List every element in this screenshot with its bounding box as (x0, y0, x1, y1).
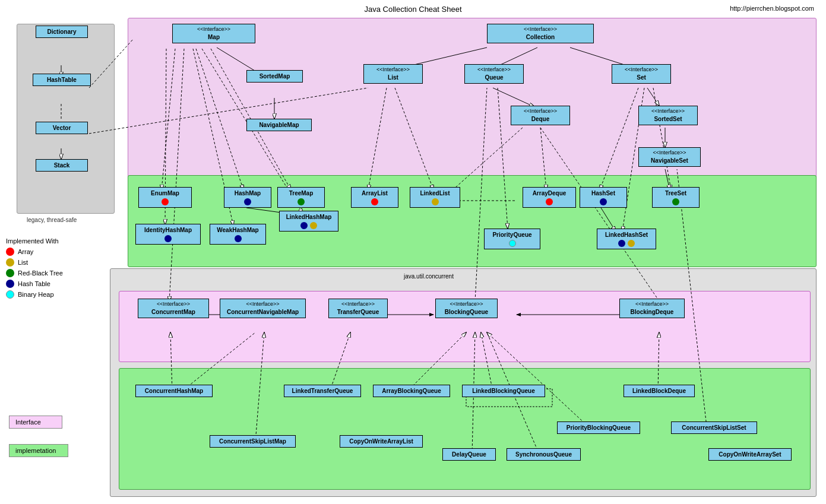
navigableset-box: <<Interface>> NavigableSet (638, 147, 701, 167)
legend-impl-box: implemetation (9, 444, 68, 457)
concurrenthashmap-box: ConcurrentHashMap (135, 385, 213, 397)
concurrentskiplistmap-box: ConcurrentSkipListMap (210, 435, 296, 448)
set-box: <<Interface>> Set (612, 64, 671, 84)
stack-box: Stack (36, 159, 88, 172)
rbt-dot (6, 269, 14, 277)
legend-binaryheap: Binary Heap (6, 290, 63, 299)
sortedset-box: <<Interface>> SortedSet (638, 106, 698, 125)
copyonwritearraylist-box: CopyOnWriteArrayList (340, 435, 423, 448)
linkedtransferqueue-box: LinkedTransferQueue (284, 385, 361, 397)
legend-hashtable: Hash Table (6, 280, 63, 288)
arraylist-box: ArrayList (351, 187, 398, 208)
hashmap-box: HashMap (224, 187, 271, 208)
legacy-label: legacy, thread-safe (27, 217, 77, 223)
linkedblockingqueue-box: LinkedBlockingQueue (462, 385, 545, 397)
linkedhashmap-box: LinkedHashMap (279, 211, 338, 232)
navigablemap-box: NavigableMap (246, 119, 312, 131)
treeset-box: TreeSet (652, 187, 700, 208)
delayqueue-box: DelayQueue (442, 448, 496, 461)
hashtable-dot (6, 280, 14, 288)
legend-array: Array (6, 248, 63, 256)
arraydeque-box: ArrayDeque (523, 187, 576, 208)
collection-box: <<Interface>> Collection (487, 24, 594, 43)
concurrentnavigablemap-box: <<Interface>> ConcurrentNavigableMap (220, 299, 306, 318)
legend: Implemented With Array List Red-Black Tr… (6, 237, 63, 301)
hashtable-label: Hash Table (18, 280, 50, 287)
legend-impl-label: implemetation (15, 447, 56, 454)
linkedlist-box: LinkedList (410, 187, 460, 208)
concurrentskiplistset-box: ConcurrentSkipListSet (671, 421, 757, 434)
treemap-box: TreeMap (277, 187, 325, 208)
vector-box: Vector (36, 122, 88, 134)
synchronousqueue-box: SynchronousQueue (507, 448, 581, 461)
list-box: <<Interface>> List (363, 64, 423, 84)
linkedblockdeque-box: LinkedBlockDeque (624, 385, 695, 397)
identityhashmap-box: IdentityHashMap (135, 224, 201, 245)
concurrent-label: java.util.concurrent (404, 273, 454, 280)
binaryheap-label: Binary Heap (18, 291, 54, 298)
map-box: <<Interface>> Map (172, 24, 255, 43)
list-dot (6, 258, 14, 267)
legend-interface-label: Interface (15, 419, 41, 426)
hashset-box: HashSet (580, 187, 627, 208)
concurrentmap-box: <<Interface>> ConcurrentMap (138, 299, 209, 318)
page-title: Java Collection Cheat Sheet (364, 5, 461, 14)
transferqueue-box: <<Interface>> TransferQueue (328, 299, 388, 318)
page-url: http://pierrchen.blogspot.com (730, 5, 814, 12)
legacy-region (17, 24, 115, 214)
legend-list: List (6, 258, 63, 267)
sortedmap-box: SortedMap (246, 70, 303, 83)
array-dot (6, 248, 14, 256)
rbt-label: Red-Black Tree (18, 270, 63, 277)
priorityqueue-box: PriorityQueue (484, 229, 540, 249)
dictionary-box: Dictionary (36, 26, 88, 38)
blockingdeque-box: <<Interface>> BlockingDeque (619, 299, 685, 318)
copyonwritearrayset-box: CopyOnWriteArraySet (708, 448, 792, 461)
blockingqueue-box: <<Interface>> BlockingQueue (435, 299, 498, 318)
hashtable-box: HashTable (33, 74, 91, 86)
priorityblockingqueue-box: PriorityBlockingQueue (557, 421, 640, 434)
legend-rbt: Red-Black Tree (6, 269, 63, 277)
queue-box: <<Interface>> Queue (464, 64, 524, 84)
arrayblockingqueue-box: ArrayBlockingQueue (373, 385, 450, 397)
enummap-box: EnumMap (138, 187, 192, 208)
legend-title: Implemented With (6, 237, 63, 245)
linkedhashset-box: LinkedHashSet (597, 229, 656, 249)
weakhashmap-box: WeakHashMap (210, 224, 266, 245)
legend-interface-box: Interface (9, 416, 62, 429)
deque-box: <<Interface>> Deque (511, 106, 570, 125)
array-label: Array (18, 248, 33, 255)
list-label: List (18, 259, 28, 266)
binaryheap-dot (6, 290, 14, 299)
